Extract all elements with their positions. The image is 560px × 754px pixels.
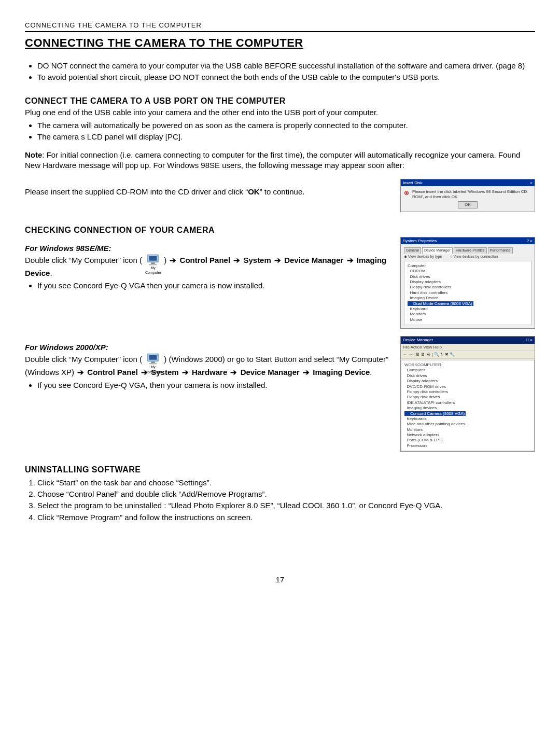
tree-item[interactable]: Ports (COM & LPT) <box>404 438 531 443</box>
page-number: 17 <box>25 575 535 585</box>
text-span: Double click “My Computer” icon ( <box>25 256 144 264</box>
toolbar-icons[interactable]: ← → | 🗎 🗎 🖨 | 🔍 ↻ ✖ 🔧 <box>401 351 535 359</box>
list-item: Click “Start” on the task bar and choose… <box>37 478 535 488</box>
tree-item[interactable]: Keyboard <box>408 306 528 312</box>
tree-item[interactable]: Imaging Device <box>408 296 528 301</box>
svg-rect-6 <box>151 362 155 364</box>
arrow-icon <box>273 256 282 264</box>
section-heading-usb: CONNECT THE CAMERA TO A USB PORT ON THE … <box>25 95 535 107</box>
arrow-icon <box>76 368 85 376</box>
tree-item[interactable]: Display adapters <box>404 379 531 384</box>
arrow-icon <box>346 256 355 264</box>
tab-general[interactable]: General <box>404 247 421 253</box>
list-item: The camera will automatically be powered… <box>37 120 535 131</box>
svg-rect-2 <box>151 262 155 264</box>
tree-item[interactable]: Imaging devices <box>404 406 531 411</box>
path-segment: Device Manager <box>284 256 343 264</box>
dialog-title: Device Manager <box>403 338 433 343</box>
list-item: Choose “Control Panel” and double click … <box>37 489 535 499</box>
svg-rect-1 <box>149 256 157 261</box>
dialog-title: Insert Disk <box>403 180 423 186</box>
tree-item[interactable]: Keyboards <box>404 416 531 422</box>
tree-item[interactable]: Monitors <box>404 427 531 432</box>
radio-by-type[interactable]: ◉ View devices by type <box>404 255 442 259</box>
radio-by-connection[interactable]: ○ View devices by connection <box>450 255 498 259</box>
tree-item[interactable]: Hard disk controllers <box>408 290 528 296</box>
tabs[interactable]: General Device Manager Hardware Profiles… <box>404 247 531 253</box>
uninstall-steps: Click “Start” on the task bar and choose… <box>27 478 535 523</box>
tree-item[interactable]: Floppy disk drives <box>404 395 531 400</box>
svg-rect-5 <box>149 355 157 360</box>
usb-lead: Plug one end of the USB cable into your … <box>25 107 535 118</box>
tree-item[interactable]: Disk drives <box>408 274 528 280</box>
arrow-icon <box>232 256 241 264</box>
system-properties-dialog: System Properties ? × General Device Man… <box>400 237 535 329</box>
error-icon: ⊗ <box>404 189 409 197</box>
page-title: CONNECTING THE CAMERA TO THE COMPUTER <box>25 35 535 51</box>
tab-performance[interactable]: Performance <box>488 247 513 253</box>
section-heading-check: CHECKING CONNECTION OF YOUR CAMERA <box>25 225 535 236</box>
winxp-line: Double click “My Computer” icon ( My Com… <box>25 353 391 378</box>
arrow-icon <box>229 368 238 376</box>
win98-subhead: For Windows 98SE/ME: <box>25 243 391 254</box>
my-computer-icon: My Computer <box>145 254 161 268</box>
device-tree[interactable]: Computer CDROM Disk drives Display adapt… <box>404 261 531 325</box>
path-segment: Hardware <box>192 368 227 376</box>
tree-item[interactable]: IDE ATA/ATAPI controllers <box>404 400 531 406</box>
tree-item[interactable]: DVD/CD-ROM drives <box>404 384 531 389</box>
tree-item[interactable]: Floppy disk controllers <box>404 389 531 395</box>
arrow-icon <box>302 368 311 376</box>
ok-button[interactable]: OK <box>458 201 478 208</box>
path-segment: Imaging Device <box>313 368 370 376</box>
my-computer-icon: My Computer <box>145 353 161 367</box>
arrow-icon <box>169 256 177 264</box>
note-text: : For initial connection (i.e. camera co… <box>25 150 520 170</box>
section-heading-uninstall: UNINSTALLING SOFTWARE <box>25 464 535 476</box>
tab-hardware-profiles[interactable]: Hardware Profiles <box>454 247 487 253</box>
win98-result-bullets: If you see Concord Eye-Q VGA then your c… <box>27 281 391 291</box>
tree-item[interactable]: CDROM <box>408 269 528 274</box>
list-item: If you see Concord Eye-Q VGA then your c… <box>37 281 391 291</box>
dialog-body: Please insert the disk labeled 'Windows … <box>412 189 531 199</box>
intro-bullets: DO NOT connect the camera to your comput… <box>27 61 535 83</box>
tree-item[interactable]: Processors <box>404 443 531 449</box>
list-item: Select the program to be uninstalled : “… <box>37 500 535 511</box>
tree-item[interactable]: Disk drives <box>404 373 531 379</box>
menu-bar[interactable]: File Action View Help <box>401 344 535 352</box>
close-icon[interactable]: × <box>530 180 533 186</box>
tree-item[interactable]: Mouse <box>408 317 528 323</box>
tree-item[interactable]: Display adapters <box>408 280 528 285</box>
tree-item[interactable]: Network adapters <box>404 432 531 438</box>
tree-item-selected[interactable]: Concord Camera (8008 VGA) <box>404 411 531 416</box>
path-segment: Device Manager <box>241 368 300 376</box>
insert-cd-text: Please insert the supplied CD-ROM into t… <box>25 187 391 197</box>
tree-item[interactable]: Monitors <box>408 312 528 317</box>
text-span: Double click “My Computer” icon ( <box>25 355 144 364</box>
window-controls[interactable]: _ □ × <box>523 338 533 343</box>
svg-rect-3 <box>149 264 157 266</box>
tree-item-selected[interactable]: Dual Mode Camera (8008 VGA) <box>408 301 528 306</box>
ok-bold: OK <box>248 187 260 196</box>
running-header: CONNECTING THE CAMERA TO THE COMPUTER <box>25 21 535 32</box>
list-item: The camera s LCD panel will display [PC]… <box>37 132 535 142</box>
note-label: Note <box>25 150 42 159</box>
insert-disk-dialog: Insert Disk × ⊗ Please insert the disk l… <box>400 179 535 212</box>
arrow-icon <box>181 368 190 376</box>
winxp-subhead: For Windows 2000/XP: <box>25 342 391 353</box>
device-tree[interactable]: WORKCOMPUTER Computer Disk drives Displa… <box>401 360 535 451</box>
path-segment: Control Panel <box>180 256 231 264</box>
text-span: Please insert the supplied CD-ROM into t… <box>25 187 248 196</box>
tree-item[interactable]: Floppy disk controllers <box>408 285 528 290</box>
list-item: If you see Concord Eye-Q VGA, then your … <box>37 380 391 390</box>
window-controls[interactable]: ? × <box>527 239 533 244</box>
path-segment: System <box>243 256 271 264</box>
tree-item[interactable]: Computer <box>408 263 528 269</box>
tree-item[interactable]: Mice and other pointing devices <box>404 422 531 427</box>
device-manager-dialog: Device Manager _ □ × File Action View He… <box>400 336 535 452</box>
icon-label: My Computer <box>145 365 161 374</box>
tree-item[interactable]: WORKCOMPUTER <box>404 362 531 368</box>
tree-item[interactable]: Computer <box>404 368 531 373</box>
tab-device-manager[interactable]: Device Manager <box>422 247 453 253</box>
text-span: ” to continue. <box>260 187 305 196</box>
dialog-title: System Properties <box>403 239 437 244</box>
